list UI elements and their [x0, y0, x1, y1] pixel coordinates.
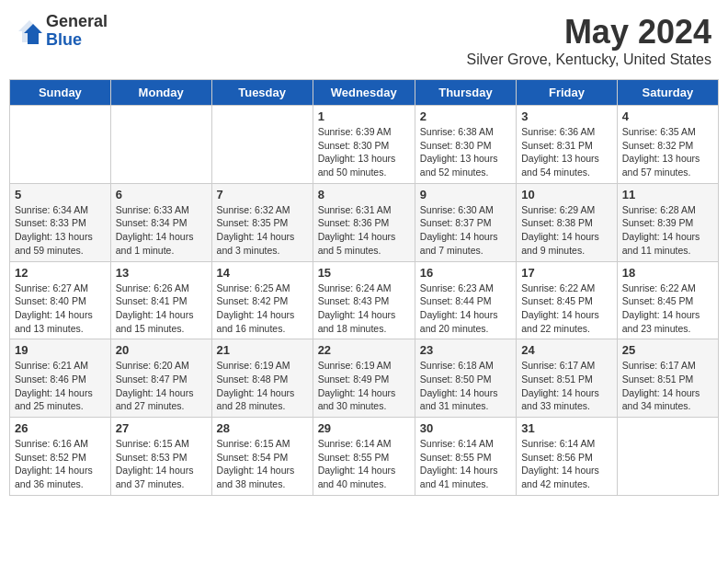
day-info: Sunrise: 6:14 AMSunset: 8:56 PMDaylight:…: [521, 437, 612, 491]
calendar-cell: 16Sunrise: 6:23 AMSunset: 8:44 PMDayligh…: [415, 261, 516, 339]
calendar-cell: 25Sunrise: 6:17 AMSunset: 8:51 PMDayligh…: [617, 339, 718, 418]
day-info: Sunrise: 6:14 AMSunset: 8:55 PMDaylight:…: [318, 437, 410, 491]
calendar-header-sunday: Sunday: [10, 80, 111, 106]
day-info: Sunrise: 6:16 AMSunset: 8:52 PMDaylight:…: [15, 437, 106, 491]
day-info: Sunrise: 6:20 AMSunset: 8:47 PMDaylight:…: [116, 359, 207, 413]
day-info: Sunrise: 6:25 AMSunset: 8:42 PMDaylight:…: [217, 282, 308, 336]
logo-general-text: General: [46, 13, 108, 31]
day-info: Sunrise: 6:38 AMSunset: 8:30 PMDaylight:…: [420, 125, 511, 179]
calendar-cell: 14Sunrise: 6:25 AMSunset: 8:42 PMDayligh…: [211, 261, 313, 339]
calendar-cell: 15Sunrise: 6:24 AMSunset: 8:43 PMDayligh…: [313, 261, 415, 339]
calendar-cell: 23Sunrise: 6:18 AMSunset: 8:50 PMDayligh…: [415, 339, 516, 418]
day-number: 31: [521, 421, 612, 435]
day-number: 22: [318, 343, 410, 357]
calendar-cell: 5Sunrise: 6:34 AMSunset: 8:33 PMDaylight…: [10, 183, 111, 261]
day-info: Sunrise: 6:29 AMSunset: 8:38 PMDaylight:…: [521, 203, 612, 258]
calendar-cell: 10Sunrise: 6:29 AMSunset: 8:38 PMDayligh…: [517, 183, 618, 261]
calendar-cell: 22Sunrise: 6:19 AMSunset: 8:49 PMDayligh…: [313, 339, 415, 418]
calendar-week-5: 26Sunrise: 6:16 AMSunset: 8:52 PMDayligh…: [10, 418, 719, 496]
logo: General Blue: [17, 13, 108, 50]
day-number: 10: [521, 188, 612, 201]
day-info: Sunrise: 6:35 AMSunset: 8:32 PMDaylight:…: [622, 125, 713, 179]
calendar-week-1: 1Sunrise: 6:39 AMSunset: 8:30 PMDaylight…: [10, 106, 719, 184]
day-number: 19: [15, 343, 106, 357]
calendar-cell: 18Sunrise: 6:22 AMSunset: 8:45 PMDayligh…: [617, 261, 718, 339]
day-number: 9: [420, 188, 511, 201]
day-info: Sunrise: 6:24 AMSunset: 8:43 PMDaylight:…: [318, 282, 410, 336]
day-number: 18: [622, 266, 713, 280]
calendar-cell: 11Sunrise: 6:28 AMSunset: 8:39 PMDayligh…: [617, 183, 718, 261]
calendar-header-thursday: Thursday: [415, 80, 516, 106]
calendar-cell: 8Sunrise: 6:31 AMSunset: 8:36 PMDaylight…: [313, 183, 415, 261]
calendar-cell: 2Sunrise: 6:38 AMSunset: 8:30 PMDaylight…: [415, 106, 516, 184]
day-info: Sunrise: 6:26 AMSunset: 8:41 PMDaylight:…: [116, 282, 207, 336]
calendar-week-4: 19Sunrise: 6:21 AMSunset: 8:46 PMDayligh…: [10, 339, 719, 418]
calendar-cell: [110, 106, 211, 184]
month-title: May 2024: [467, 13, 711, 52]
calendar-cell: 30Sunrise: 6:14 AMSunset: 8:55 PMDayligh…: [415, 418, 516, 496]
day-number: 7: [217, 188, 308, 201]
calendar-header-tuesday: Tuesday: [211, 80, 313, 106]
calendar-cell: 12Sunrise: 6:27 AMSunset: 8:40 PMDayligh…: [10, 261, 111, 339]
calendar-header-monday: Monday: [110, 80, 211, 106]
day-number: 21: [217, 343, 308, 357]
day-number: 28: [217, 421, 308, 435]
day-info: Sunrise: 6:17 AMSunset: 8:51 PMDaylight:…: [521, 359, 612, 413]
calendar-header-wednesday: Wednesday: [313, 80, 415, 106]
day-number: 25: [622, 343, 713, 357]
calendar-cell: 28Sunrise: 6:15 AMSunset: 8:54 PMDayligh…: [211, 418, 313, 496]
calendar-week-3: 12Sunrise: 6:27 AMSunset: 8:40 PMDayligh…: [10, 261, 719, 339]
day-info: Sunrise: 6:39 AMSunset: 8:30 PMDaylight:…: [318, 125, 410, 179]
day-number: 8: [318, 188, 410, 201]
day-number: 1: [318, 109, 410, 123]
day-info: Sunrise: 6:28 AMSunset: 8:39 PMDaylight:…: [622, 203, 713, 258]
day-info: Sunrise: 6:18 AMSunset: 8:50 PMDaylight:…: [420, 359, 511, 413]
day-number: 15: [318, 266, 410, 280]
day-info: Sunrise: 6:22 AMSunset: 8:45 PMDaylight:…: [521, 282, 612, 336]
day-info: Sunrise: 6:23 AMSunset: 8:44 PMDaylight:…: [420, 282, 511, 336]
calendar-cell: 7Sunrise: 6:32 AMSunset: 8:35 PMDaylight…: [211, 183, 313, 261]
day-number: 29: [318, 421, 410, 435]
calendar-cell: 13Sunrise: 6:26 AMSunset: 8:41 PMDayligh…: [110, 261, 211, 339]
day-number: 5: [15, 188, 106, 201]
day-info: Sunrise: 6:15 AMSunset: 8:54 PMDaylight:…: [217, 437, 308, 491]
day-info: Sunrise: 6:14 AMSunset: 8:55 PMDaylight:…: [420, 437, 511, 491]
calendar-cell: 19Sunrise: 6:21 AMSunset: 8:46 PMDayligh…: [10, 339, 111, 418]
logo-blue-text: Blue: [46, 31, 108, 50]
day-number: 24: [521, 343, 612, 357]
calendar-cell: 9Sunrise: 6:30 AMSunset: 8:37 PMDaylight…: [415, 183, 516, 261]
logo-icon: [17, 18, 42, 44]
day-info: Sunrise: 6:21 AMSunset: 8:46 PMDaylight:…: [15, 359, 106, 413]
calendar-cell: 6Sunrise: 6:33 AMSunset: 8:34 PMDaylight…: [110, 183, 211, 261]
day-number: 6: [116, 188, 207, 201]
calendar-cell: 3Sunrise: 6:36 AMSunset: 8:31 PMDaylight…: [517, 106, 618, 184]
day-info: Sunrise: 6:19 AMSunset: 8:49 PMDaylight:…: [318, 359, 410, 413]
day-number: 2: [420, 109, 511, 123]
day-info: Sunrise: 6:19 AMSunset: 8:48 PMDaylight:…: [217, 359, 308, 413]
calendar-cell: 4Sunrise: 6:35 AMSunset: 8:32 PMDaylight…: [617, 106, 718, 184]
day-info: Sunrise: 6:32 AMSunset: 8:35 PMDaylight:…: [217, 203, 308, 258]
day-info: Sunrise: 6:33 AMSunset: 8:34 PMDaylight:…: [116, 203, 207, 258]
day-info: Sunrise: 6:17 AMSunset: 8:51 PMDaylight:…: [622, 359, 713, 413]
day-info: Sunrise: 6:34 AMSunset: 8:33 PMDaylight:…: [15, 203, 106, 258]
day-number: 13: [116, 266, 207, 280]
calendar-cell: 20Sunrise: 6:20 AMSunset: 8:47 PMDayligh…: [110, 339, 211, 418]
day-number: 17: [521, 266, 612, 280]
day-number: 4: [622, 109, 713, 123]
day-number: 23: [420, 343, 511, 357]
day-number: 12: [15, 266, 106, 280]
day-info: Sunrise: 6:27 AMSunset: 8:40 PMDaylight:…: [15, 282, 106, 336]
day-number: 3: [521, 109, 612, 123]
calendar-cell: 29Sunrise: 6:14 AMSunset: 8:55 PMDayligh…: [313, 418, 415, 496]
day-number: 26: [15, 421, 106, 435]
day-number: 11: [622, 188, 713, 201]
day-number: 16: [420, 266, 511, 280]
logo-text: General Blue: [46, 13, 108, 50]
calendar-cell: 21Sunrise: 6:19 AMSunset: 8:48 PMDayligh…: [211, 339, 313, 418]
calendar-cell: 17Sunrise: 6:22 AMSunset: 8:45 PMDayligh…: [517, 261, 618, 339]
calendar-cell: 1Sunrise: 6:39 AMSunset: 8:30 PMDaylight…: [313, 106, 415, 184]
day-number: 27: [116, 421, 207, 435]
page-header: General Blue May 2024 Silver Grove, Kent…: [9, 9, 719, 72]
day-info: Sunrise: 6:30 AMSunset: 8:37 PMDaylight:…: [420, 203, 511, 258]
day-number: 30: [420, 421, 511, 435]
